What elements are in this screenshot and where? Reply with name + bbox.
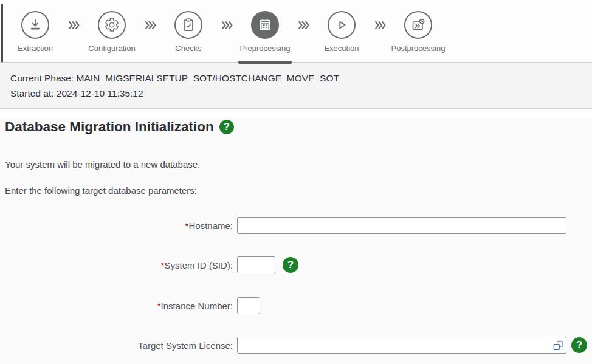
phase-step-checks: Checks xyxy=(158,4,219,53)
play-icon xyxy=(334,17,349,33)
license-help-icon[interactable]: ? xyxy=(571,337,587,353)
hostname-label: *Hostname: xyxy=(5,221,233,231)
phase-label: Configuration xyxy=(88,44,135,53)
instance-input[interactable] xyxy=(237,297,260,314)
chevrons-separator-icon xyxy=(295,11,311,39)
clipboard-check-icon xyxy=(181,17,196,33)
chevrons-separator-icon xyxy=(142,11,158,39)
form-row-instance: *Instance Number: xyxy=(5,297,592,314)
page-title: Database Migration Initialization xyxy=(5,118,214,136)
phase-step-postprocessing: Postprocessing xyxy=(388,4,449,53)
phase-step-extraction: Extraction xyxy=(5,4,66,53)
license-input[interactable] xyxy=(237,337,566,354)
phase-label: Execution xyxy=(324,44,359,53)
main-content: Database Migration Initialization ? Your… xyxy=(0,118,592,364)
sid-label: *System ID (SID): xyxy=(5,260,233,270)
form-row-sid: *System ID (SID): ? xyxy=(5,256,592,273)
sid-help-icon[interactable]: ? xyxy=(283,257,298,273)
process-later-clock-icon xyxy=(410,17,426,33)
gear-icon xyxy=(104,17,120,33)
license-input-wrap xyxy=(237,337,566,354)
current-phase-line: Current Phase: MAIN_MIGSERIALSETUP_SOT/H… xyxy=(10,70,592,86)
phase-label: Checks xyxy=(175,44,201,53)
active-phase-underline xyxy=(238,61,292,64)
chevrons-separator-icon xyxy=(372,11,388,39)
phase-label: Preprocessing xyxy=(239,44,290,53)
phase-step-configuration: Configuration xyxy=(81,4,142,53)
started-at-line: Started at: 2024-12-10 11:35:12 xyxy=(10,86,592,101)
target-db-form: *Hostname: *System ID (SID): ? *Instance… xyxy=(5,217,592,354)
phase-info-strip: Current Phase: MAIN_MIGSERIALSETUP_SOT/H… xyxy=(0,63,592,109)
window-left-edge xyxy=(1,4,3,62)
help-icon[interactable]: ? xyxy=(219,120,234,134)
phase-step-execution: Execution xyxy=(311,4,372,53)
phase-bar: Extraction Configuration xyxy=(0,4,592,63)
phase-label: Extraction xyxy=(18,44,53,53)
phase-label: Postprocessing xyxy=(391,44,446,53)
form-row-hostname: *Hostname: xyxy=(5,217,592,234)
started-at-value: 2024-12-10 11:35:12 xyxy=(57,88,143,98)
intro-text-1: Your system will be migrated to a new da… xyxy=(5,159,592,170)
form-row-license: Target System License: ? xyxy=(5,337,592,354)
hostname-input[interactable] xyxy=(237,217,566,234)
intro-text-2: Enter the following target database para… xyxy=(5,185,592,196)
calendar-forward-icon xyxy=(257,17,273,33)
sid-input[interactable] xyxy=(237,256,275,273)
phase-step-preprocessing-active: Preprocessing xyxy=(235,4,295,53)
chevrons-separator-icon xyxy=(219,11,235,39)
download-icon xyxy=(27,17,43,33)
page-title-row: Database Migration Initialization ? xyxy=(5,118,592,136)
value-help-icon[interactable] xyxy=(552,340,563,351)
current-phase-value: MAIN_MIGSERIALSETUP_SOT/HOSTCHANGE_MOVE_… xyxy=(77,73,339,83)
instance-label: *Instance Number: xyxy=(5,301,233,311)
license-label: Target System License: xyxy=(5,340,233,351)
chevrons-separator-icon xyxy=(66,11,81,39)
